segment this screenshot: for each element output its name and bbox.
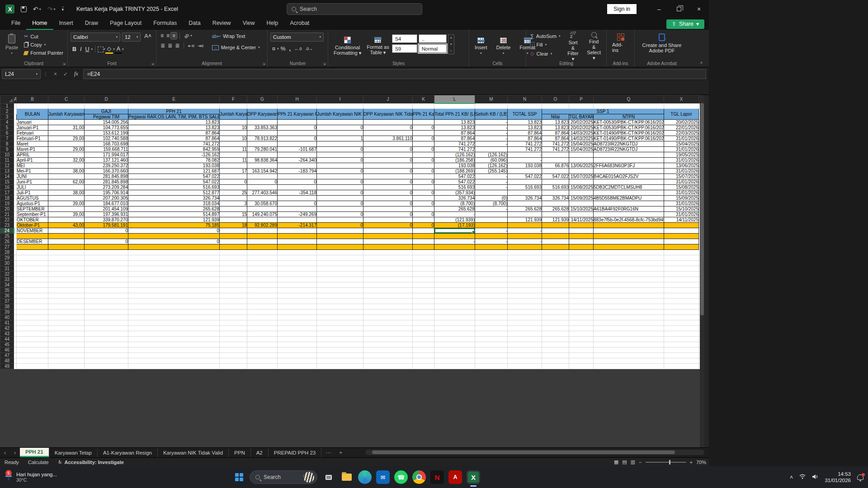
cell[interactable] [594,288,664,293]
cell[interactable] [413,250,434,255]
cell-Q14[interactable]: B4CAE015AO2FJS2V [594,174,664,179]
cell[interactable] [220,255,247,261]
cell-G18[interactable] [247,196,278,201]
sheet-tab-karyawan-tetap[interactable]: Karyawan Tetap [49,448,98,457]
cell[interactable] [434,358,475,364]
cell-M13[interactable]: (255.145) [475,169,508,174]
cell-L15[interactable]: 547.022 [434,179,475,185]
cell[interactable] [542,353,569,358]
cell-K25[interactable] [413,234,434,239]
cell[interactable] [48,320,85,326]
cell[interactable] [508,358,542,364]
cell-F23[interactable]: 18 [220,223,247,228]
cell-J22[interactable] [363,217,413,223]
cell[interactable] [128,255,220,261]
cell-M20[interactable]: - [475,206,508,212]
cell-E22[interactable]: 121.939 [128,217,220,223]
cell[interactable] [48,353,85,358]
cell-G22[interactable] [247,217,278,223]
cell-K19[interactable]: 0 [413,201,434,206]
cell[interactable] [220,103,247,109]
cell-M12[interactable]: (126.162) [475,163,508,169]
cell[interactable] [508,364,542,369]
cell-L23[interactable]: (17.193) [434,223,475,228]
row-header-38[interactable]: 38 [0,304,14,310]
page-layout-view-button[interactable]: ▤ [622,459,627,465]
zoom-out-button[interactable]: − [639,460,642,465]
cell-J9[interactable]: 0 [363,147,413,152]
font-name-combo[interactable]: Calibri▾ [71,33,120,42]
cell[interactable] [278,315,317,320]
row-header-32[interactable]: 32 [0,272,14,277]
cell[interactable] [85,310,128,315]
cell-D12[interactable]: 239.250.372 [85,163,128,169]
cell[interactable] [569,261,594,266]
cell[interactable] [17,304,48,310]
align-right-button[interactable]: ≣ [174,42,181,49]
cell[interactable] [475,293,508,299]
cell-X5[interactable]: 22/01/2026 [664,125,699,131]
find-select-button[interactable]: Find &Select ▾ [584,33,604,60]
cell-F6[interactable] [220,131,247,136]
cell-I5[interactable]: 0 [317,125,363,131]
cell[interactable] [278,293,317,299]
cell[interactable] [508,250,542,255]
cell-Q9[interactable]: AD8723IR22NKGTDJ [594,147,664,152]
cell-D7[interactable]: 102.740.588 [85,136,128,141]
confirm-entry-icon[interactable]: ✓ [60,71,71,77]
cell[interactable] [317,347,363,353]
cell[interactable] [48,342,85,347]
cell[interactable] [413,261,434,266]
cell-P10[interactable] [569,152,594,158]
cell[interactable] [85,337,128,342]
cell-K8[interactable] [413,141,434,147]
cell[interactable] [413,304,434,310]
cell-M7[interactable]: - [475,136,508,141]
cell[interactable] [594,266,664,272]
cell[interactable] [317,255,363,261]
cell-X21[interactable]: 31/01/2026 [664,212,699,217]
cell-N25[interactable] [508,234,542,239]
cell[interactable] [542,364,569,369]
cell-K15[interactable]: 0 [413,179,434,185]
cell[interactable] [128,353,220,358]
cell-G27[interactable] [247,244,278,250]
normal-view-button[interactable]: ▦ [614,459,618,465]
cell-D21[interactable]: 197.396.931 [85,212,128,217]
column-header-G[interactable]: G [247,95,278,103]
cell-M5[interactable]: - [475,125,508,131]
cell[interactable] [664,326,699,331]
cell-G24[interactable] [247,228,278,234]
cell[interactable] [542,342,569,347]
cell[interactable] [434,261,475,266]
cell-B8[interactable]: Maret [17,141,48,147]
cell-H19[interactable]: 0 [278,201,317,206]
cell[interactable] [85,288,128,293]
cell[interactable] [475,288,508,293]
cell-B21[interactable]: September-P1 [17,212,48,217]
cell-B18[interactable]: AGUSTUS [17,196,48,201]
row-header-30[interactable]: 30 [0,261,14,266]
cell-C25[interactable] [48,234,85,239]
cell[interactable] [278,337,317,342]
cell-K20[interactable] [413,206,434,212]
undo-button[interactable]: ↶▾ [33,5,41,13]
cell[interactable] [128,358,220,364]
cell[interactable] [569,250,594,255]
cell[interactable] [220,353,247,358]
cell-N21[interactable] [508,212,542,217]
cell-E7[interactable]: 87.864 [128,136,220,141]
cell-L26[interactable]: - [434,239,475,244]
row-header-17[interactable]: 17 [0,190,14,196]
cell-G17[interactable]: 277.403.546 [247,190,278,196]
cell[interactable] [542,337,569,342]
cell-H25[interactable] [278,234,317,239]
cell-I6[interactable] [317,131,363,136]
zoom-slider-thumb[interactable] [669,460,670,465]
cell[interactable] [508,261,542,266]
cell-E14[interactable]: 547.022 [128,174,220,179]
cell[interactable] [317,310,363,315]
cell-O9[interactable]: 741.272 [542,147,569,152]
share-button[interactable]: ⇧ Share ▾ [666,19,704,29]
cell[interactable] [48,272,85,277]
